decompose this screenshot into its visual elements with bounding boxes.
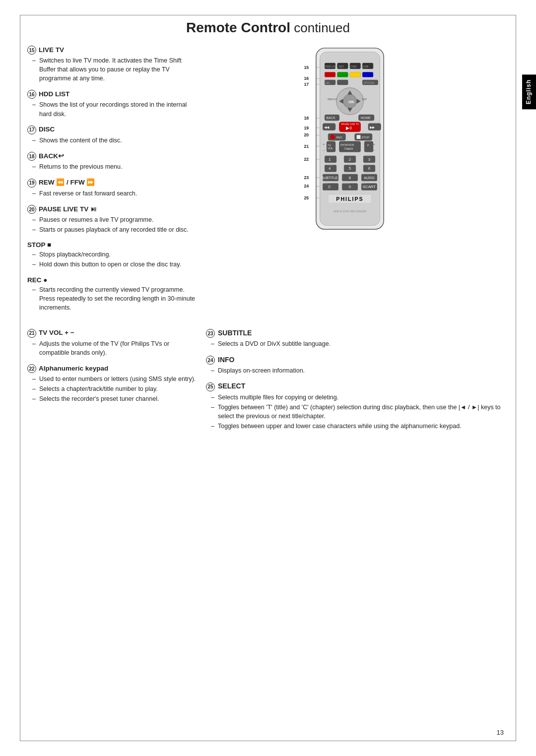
svg-text:EDIT: EDIT bbox=[362, 182, 367, 185]
svg-text:3: 3 bbox=[368, 157, 370, 162]
section-24-title: 24 INFO bbox=[206, 356, 509, 365]
svg-text:HDD LIST: HDD LIST bbox=[325, 65, 337, 68]
svg-text:8: 8 bbox=[349, 176, 351, 180]
svg-text:SELECT: SELECT bbox=[343, 182, 351, 185]
svg-text:VOL: VOL bbox=[328, 147, 333, 150]
svg-text:REC: REC bbox=[336, 136, 342, 139]
svg-text:WXYZ: WXYZ bbox=[365, 164, 371, 166]
svg-text:0: 0 bbox=[349, 185, 351, 189]
section-17-bullets: Shows the content of the disc. bbox=[32, 136, 196, 145]
bullet-item: Pauses or resumes a live TV programme. bbox=[32, 215, 196, 224]
svg-rect-55 bbox=[357, 135, 361, 139]
lower-left-column: 21 TV VOL + − Adjusts the volume of the … bbox=[27, 329, 196, 438]
circle-25: 25 bbox=[206, 382, 215, 391]
svg-text:SUBTITLE: SUBTITLE bbox=[322, 176, 338, 180]
svg-text:16: 16 bbox=[304, 76, 309, 81]
bullet-item: Hold down this button to open or close t… bbox=[32, 260, 196, 269]
svg-text:P: P bbox=[367, 144, 369, 147]
svg-text:PQRS: PQRS bbox=[328, 164, 333, 166]
section-25: 25 SELECT Selects multiple files for cop… bbox=[206, 382, 509, 431]
section-18-title: 18 BACK↩ bbox=[27, 152, 196, 161]
page-border-right bbox=[516, 15, 516, 741]
svg-text:TUV: TUV bbox=[348, 164, 352, 166]
section-17: 17 DISC Shows the content of the disc. bbox=[27, 126, 196, 145]
section-19: 19 REW ⏪ / FFW ⏩ Fast reverse or fast fo… bbox=[27, 178, 196, 198]
svg-text:17: 17 bbox=[304, 82, 309, 87]
svg-text:DEC: DEC bbox=[325, 82, 331, 84]
content-area: 15 LIVE TV Switches to live TV mode. It … bbox=[0, 46, 536, 329]
circle-20: 20 bbox=[27, 205, 36, 214]
svg-text:GHI: GHI bbox=[329, 154, 332, 157]
section-18-bullets: Returns to the previous menu. bbox=[32, 162, 196, 171]
bullet-item: Selects a DVD or DivX subtitle language. bbox=[211, 339, 509, 348]
section-22-bullets: Used to enter numbers or letters (using … bbox=[32, 375, 196, 403]
svg-text:20: 20 bbox=[304, 132, 309, 137]
section-16-title: 16 HDD LIST bbox=[27, 90, 196, 99]
svg-text:9: 9 bbox=[367, 173, 368, 175]
circle-22: 22 bbox=[27, 364, 36, 373]
lower-content: 21 TV VOL + − Adjusts the volume of the … bbox=[0, 329, 536, 457]
svg-text:SCART: SCART bbox=[363, 185, 376, 189]
remote-image-container: 15 16 HDD LIST SET CAM USB bbox=[300, 46, 414, 234]
svg-text:+: + bbox=[373, 143, 375, 146]
svg-rect-17 bbox=[362, 72, 373, 77]
page-border-bottom bbox=[20, 741, 516, 741]
circle-16: 16 bbox=[27, 90, 36, 99]
svg-text:PHILIPS: PHILIPS bbox=[336, 196, 363, 202]
bullet-item: Used to enter numbers or letters (using … bbox=[32, 375, 196, 383]
section-stop: STOP ■ Stops playback/recording. Hold do… bbox=[27, 241, 196, 269]
svg-text:21: 21 bbox=[304, 144, 309, 149]
left-column: 15 LIVE TV Switches to live TV mode. It … bbox=[27, 46, 196, 319]
section-19-bullets: Fast reverse or fast forward search. bbox=[32, 189, 196, 198]
circle-24: 24 bbox=[206, 356, 215, 365]
svg-text:C: C bbox=[328, 185, 331, 189]
svg-rect-16 bbox=[350, 72, 360, 77]
section-19-title: 19 REW ⏪ / FFW ⏩ bbox=[27, 178, 196, 188]
section-stop-title: STOP ■ bbox=[27, 241, 196, 249]
svg-text:▶II: ▶II bbox=[346, 126, 352, 130]
svg-point-53 bbox=[330, 134, 335, 139]
svg-rect-21 bbox=[337, 80, 348, 85]
svg-text:◀◀: ◀◀ bbox=[324, 126, 330, 129]
svg-text:REPLAY: REPLAY bbox=[328, 98, 337, 101]
remote-svg: 15 16 HDD LIST SET CAM USB bbox=[300, 46, 400, 234]
section-23: 23 SUBTITLE Selects a DVD or DivX subtit… bbox=[206, 329, 509, 349]
svg-text:OK: OK bbox=[348, 100, 354, 104]
svg-text:23: 23 bbox=[304, 175, 309, 180]
bullet-item: Stops playback/recording. bbox=[32, 250, 196, 259]
svg-rect-14 bbox=[325, 72, 335, 77]
svg-text:24: 24 bbox=[304, 184, 309, 189]
svg-text:USB: USB bbox=[363, 65, 368, 68]
section-15: 15 LIVE TV Switches to live TV mode. It … bbox=[27, 46, 196, 83]
bullet-item: Fast reverse or fast forward search. bbox=[32, 189, 196, 198]
bullet-item: Starts recording the currently viewed TV… bbox=[32, 285, 196, 312]
section-20: 20 PAUSE LIVE TV ⏯ Pauses or resumes a l… bbox=[27, 205, 196, 234]
svg-text:HOME: HOME bbox=[360, 116, 371, 120]
svg-text:AUDIO: AUDIO bbox=[364, 176, 375, 180]
svg-text:−: − bbox=[323, 149, 325, 152]
page-number: 13 bbox=[497, 729, 504, 736]
section-23-bullets: Selects a DVD or DivX subtitle language. bbox=[211, 339, 509, 348]
bullet-item: Returns to the previous menu. bbox=[32, 162, 196, 171]
svg-text:JKL: JKL bbox=[348, 154, 352, 157]
lower-right-column: 23 SUBTITLE Selects a DVD or DivX subtit… bbox=[206, 329, 509, 438]
bullet-item: Selects the recorder's preset tuner chan… bbox=[32, 394, 196, 403]
bullet-item: Shows the content of the disc. bbox=[32, 136, 196, 145]
svg-text:SET: SET bbox=[339, 65, 344, 68]
section-rec: REC ● Starts recording the currently vie… bbox=[27, 276, 196, 312]
bullet-item: Displays on-screen information. bbox=[211, 366, 509, 375]
svg-text:5: 5 bbox=[349, 166, 351, 171]
svg-text:18: 18 bbox=[304, 116, 309, 121]
section-20-bullets: Pauses or resumes a live TV programme. S… bbox=[32, 215, 196, 234]
svg-text:TV: TV bbox=[328, 144, 331, 147]
section-21: 21 TV VOL + − Adjusts the volume of the … bbox=[27, 329, 196, 357]
svg-text:7: 7 bbox=[329, 173, 330, 175]
section-17-title: 17 DISC bbox=[27, 126, 196, 134]
circle-21: 21 bbox=[27, 329, 36, 338]
section-24: 24 INFO Displays on-screen information. bbox=[206, 356, 509, 376]
svg-text:4: 4 bbox=[329, 166, 331, 171]
section-15-title: 15 LIVE TV bbox=[27, 46, 196, 55]
section-16: 16 HDD LIST Shows the list of your recor… bbox=[27, 90, 196, 118]
svg-text:2: 2 bbox=[349, 157, 351, 162]
svg-text:TIMER: TIMER bbox=[344, 147, 353, 150]
